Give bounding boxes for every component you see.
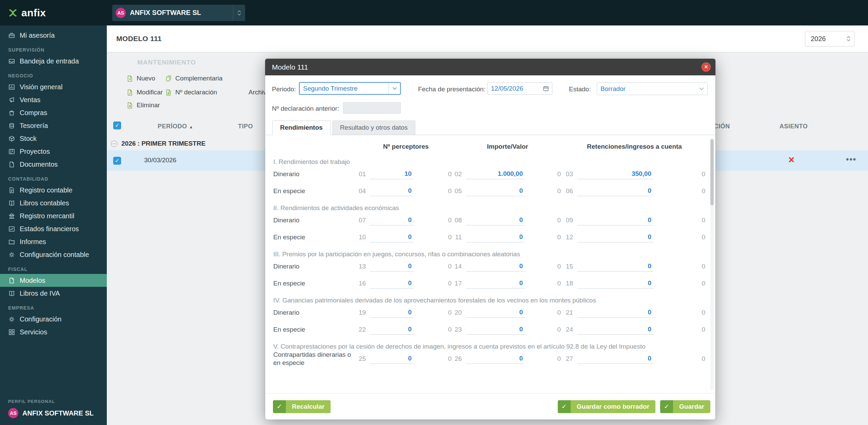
sidebar-item-ventas[interactable]: Ventas: [0, 93, 107, 106]
num-decl-anterior-input[interactable]: [343, 102, 401, 114]
gear-icon: [8, 251, 15, 258]
amount-input[interactable]: 0: [466, 186, 525, 196]
row-label: Dinerario: [273, 216, 359, 224]
box-extra: 0: [414, 280, 453, 287]
complementaria-button[interactable]: Complementaria: [165, 73, 222, 84]
amount-input[interactable]: 0: [577, 261, 653, 272]
year-selector[interactable]: 2026: [805, 31, 854, 47]
sidebar-item-modelos[interactable]: Modelos: [0, 274, 107, 287]
sidebar-item-label: Libros de IVA: [20, 290, 60, 297]
sidebar-item-servicios[interactable]: Servicios: [0, 326, 107, 338]
eliminar-button[interactable]: Eliminar: [126, 100, 160, 111]
recalcular-button[interactable]: ✓ Recalcular: [273, 400, 331, 413]
amount-input[interactable]: 0: [370, 215, 414, 225]
sidebar-profile: PERFIL PERSONAL AS ANFIX SOFTWARE SL: [0, 399, 107, 425]
amount-input[interactable]: 0: [370, 232, 414, 242]
estado-select[interactable]: Borrador: [597, 82, 708, 95]
toolbar-group-title: MANTENIMIENTO: [137, 59, 196, 66]
collapse-icon[interactable]: [111, 141, 117, 147]
profile-button[interactable]: AS ANFIX SOFTWARE SL: [8, 408, 107, 418]
box-extra: 0: [414, 170, 453, 178]
periodo-select[interactable]: Segundo Trimestre: [299, 82, 401, 95]
sidebar-item-libros-contables[interactable]: Libros contables: [0, 197, 107, 209]
sidebar-item-documentos[interactable]: Documentos: [0, 158, 107, 171]
column-header-asiento[interactable]: ASIENTO: [780, 123, 808, 130]
company-spinner[interactable]: [233, 5, 245, 21]
fecha-presentacion-input[interactable]: 12/05/2026: [487, 82, 552, 95]
amount-input[interactable]: 10: [370, 169, 414, 179]
amount-input[interactable]: 0: [577, 278, 653, 289]
year-spinner[interactable]: [846, 36, 851, 42]
section-title: I. Rendimientos del trabajo: [273, 158, 707, 166]
nuevo-button[interactable]: Nuevo: [126, 73, 155, 84]
sidebar-item-label: Mi asesoría: [20, 32, 55, 39]
amount-input[interactable]: 0: [466, 308, 525, 318]
app-root: anfix AS ANFIX SOFTWARE SL Mi asesoría S…: [0, 0, 868, 425]
amount-input[interactable]: 0: [370, 261, 414, 272]
box-number: 02: [453, 170, 462, 178]
sidebar-item-compras[interactable]: Compras: [0, 106, 107, 119]
sidebar-item-configuracion[interactable]: Configuración: [0, 313, 107, 326]
box-number: 03: [562, 170, 573, 178]
select-all-checkbox[interactable]: ✓: [113, 122, 121, 129]
sidebar-item-label: Visión general: [20, 83, 62, 91]
amount-input[interactable]: 0: [466, 278, 525, 289]
sidebar-item-registro-mercantil[interactable]: Registro mercantil: [0, 209, 107, 222]
amount-input[interactable]: 0: [577, 232, 653, 242]
book-icon: [8, 200, 15, 207]
tab-resultado-otros-datos[interactable]: Resultado y otros datos: [332, 121, 416, 135]
num-declaracion-button[interactable]: Nº declaración: [165, 87, 217, 98]
amount-input[interactable]: 0: [370, 308, 414, 318]
amount-input[interactable]: 0: [466, 261, 525, 272]
guardar-como-borrador-button[interactable]: ✓ Guardar como borrador: [558, 400, 655, 413]
close-button[interactable]: ×: [702, 62, 711, 72]
amount-input[interactable]: 0: [370, 278, 414, 289]
sidebar-item-vision-general[interactable]: Visión general: [0, 80, 107, 93]
amount-input[interactable]: 0: [466, 325, 525, 335]
amount-input[interactable]: 0: [577, 215, 653, 225]
sidebar-item-tesoreria[interactable]: Tesorería: [0, 119, 107, 132]
modificar-button[interactable]: Modificar: [126, 87, 163, 98]
dialog-header[interactable]: Modelo 111 ×: [265, 59, 715, 75]
company-selector[interactable]: AS ANFIX SOFTWARE SL: [112, 5, 245, 21]
amount-input[interactable]: 0: [466, 215, 525, 225]
guardar-button[interactable]: ✓ Guardar: [660, 400, 710, 413]
amount-input[interactable]: 0: [577, 308, 653, 318]
amount-input[interactable]: 0: [370, 325, 414, 335]
tab-rendimientos[interactable]: Rendimientos: [272, 121, 331, 135]
section-title: II. Rendimientos de actividades económic…: [273, 204, 707, 212]
amount-input[interactable]: 0: [577, 325, 653, 335]
amount-input[interactable]: 0: [370, 354, 414, 364]
sidebar-item-registro-contable[interactable]: Registro contable: [0, 184, 107, 197]
scrollbar-thumb[interactable]: [710, 139, 714, 205]
amount-input[interactable]: 0: [466, 232, 525, 242]
row-actions-button[interactable]: •••: [846, 154, 856, 164]
column-header-tipo[interactable]: TIPO: [238, 123, 253, 130]
sidebar-item-mi-asesoria[interactable]: Mi asesoría: [0, 29, 107, 42]
row-label: En especie: [273, 233, 359, 241]
inbox-icon: [8, 58, 15, 65]
sidebar-item-label: Registro mercantil: [20, 212, 74, 220]
sidebar-item-libros-de-iva[interactable]: Libros de IVA: [0, 287, 107, 300]
row-checkbox[interactable]: ✓: [113, 157, 121, 165]
form-row-en-especie: En especie 10 0 0 11 0 0 12 0 0: [273, 229, 707, 246]
sidebar-item-configuracion-contable[interactable]: Configuración contable: [0, 248, 107, 261]
sidebar-item-stock[interactable]: Stock: [0, 132, 107, 145]
sidebar-section-empresa: EMPRESA: [0, 300, 107, 313]
briefcase-icon: [8, 32, 15, 39]
amount-input[interactable]: 1.000,00: [466, 169, 525, 179]
amount-input[interactable]: 0: [577, 186, 653, 196]
amount-input[interactable]: 0: [466, 354, 525, 364]
sidebar-item-proyectos[interactable]: Proyectos: [0, 145, 107, 158]
box-icon: [8, 135, 15, 142]
sidebar-item-informes[interactable]: Informes: [0, 235, 107, 248]
sidebar-item-estados-financieros[interactable]: Estados financieros: [0, 222, 107, 235]
column-header-periodo[interactable]: PERÍODO▲: [158, 123, 193, 130]
amount-input[interactable]: 350,00: [577, 169, 653, 179]
amount-input[interactable]: 0: [370, 186, 414, 196]
calendar-icon[interactable]: [543, 86, 549, 92]
row-label: Dinerario: [273, 170, 359, 178]
sidebar-item-label: Servicios: [20, 328, 47, 336]
sidebar-item-bandeja-entrada[interactable]: Bandeja de entrada: [0, 55, 107, 68]
amount-input[interactable]: 0: [577, 354, 653, 364]
